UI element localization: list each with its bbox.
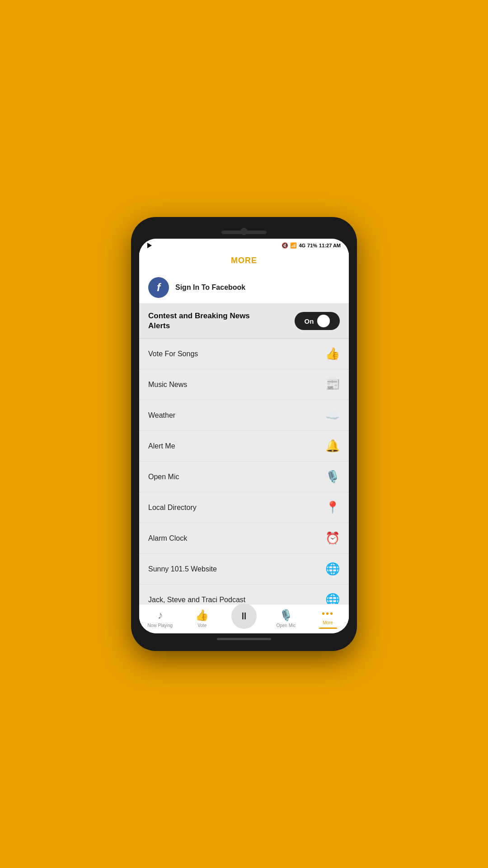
- menu-item-music-news[interactable]: Music News 📰: [139, 369, 349, 400]
- globe-icon: 🌐: [325, 562, 340, 576]
- network-label: 4G: [299, 243, 305, 248]
- more-icon: •••: [322, 609, 334, 619]
- menu-item-alert-me[interactable]: Alert Me 🔔: [139, 431, 349, 462]
- wifi-icon: 📶: [290, 242, 297, 249]
- battery-label: 71%: [307, 243, 317, 248]
- menu-item-label: Sunny 101.5 Website: [148, 565, 217, 573]
- phone-screen: 🔇 📶 4G 71% 11:27 AM MORE f Sign In To Fa…: [139, 239, 349, 633]
- menu-list: Vote For Songs 👍 Music News 📰 Weather ☁️…: [139, 339, 349, 604]
- status-bar: 🔇 📶 4G 71% 11:27 AM: [139, 239, 349, 250]
- menu-item-label: Vote For Songs: [148, 350, 198, 358]
- phone-device: 🔇 📶 4G 71% 11:27 AM MORE f Sign In To Fa…: [131, 217, 357, 651]
- menu-item-weather[interactable]: Weather ☁️: [139, 400, 349, 431]
- menu-item-local-directory[interactable]: Local Directory 📍: [139, 492, 349, 523]
- menu-item-label: Open Mic: [148, 473, 179, 481]
- cloud-icon: ☁️: [325, 408, 340, 422]
- nav-item-open-mic[interactable]: 🎙️ Open Mic: [265, 609, 307, 628]
- nav-item-now-playing[interactable]: ♪ Now Playing: [139, 609, 181, 628]
- menu-item-sunny-website[interactable]: Sunny 101.5 Website 🌐: [139, 554, 349, 585]
- phone-top-notch: [139, 225, 349, 239]
- home-bar: [217, 638, 271, 640]
- pause-button[interactable]: ⏸: [231, 604, 257, 629]
- more-active-underline: [319, 627, 337, 629]
- nav-item-more[interactable]: ••• More: [307, 609, 349, 629]
- alerts-toggle[interactable]: On: [295, 312, 340, 330]
- play-icon: [147, 243, 152, 248]
- menu-item-podcast[interactable]: Jack, Steve and Traci Podcast 🌐: [139, 585, 349, 604]
- globe-icon-2: 🌐: [325, 593, 340, 604]
- menu-item-vote-for-songs[interactable]: Vote For Songs 👍: [139, 339, 349, 369]
- menu-item-label: Jack, Steve and Traci Podcast: [148, 596, 245, 604]
- camera: [240, 228, 248, 235]
- alarm-clock-icon: ⏰: [325, 531, 340, 545]
- app-content: MORE f Sign In To Facebook Contest and B…: [139, 250, 349, 633]
- facebook-signin-section[interactable]: f Sign In To Facebook: [139, 272, 349, 304]
- microphone-icon: 🎙️: [325, 470, 340, 484]
- nav-label-now-playing: Now Playing: [148, 623, 173, 628]
- nav-label-more: More: [323, 620, 333, 625]
- menu-item-alarm-clock[interactable]: Alarm Clock ⏰: [139, 523, 349, 554]
- menu-item-open-mic[interactable]: Open Mic 🎙️: [139, 462, 349, 492]
- alerts-title: Contest and Breaking News Alerts: [148, 311, 253, 331]
- thumbsup-nav-icon: 👍: [195, 609, 209, 622]
- menu-item-label: Weather: [148, 411, 175, 420]
- mic-nav-icon: 🎙️: [279, 609, 293, 622]
- thumbsup-icon: 👍: [325, 347, 340, 361]
- music-note-icon: ♪: [157, 609, 163, 622]
- pause-icon: ⏸: [239, 610, 249, 622]
- bottom-navigation: ♪ Now Playing 👍 Vote ⏸ 🎙️ Open Mic: [139, 604, 349, 633]
- nav-label-vote: Vote: [197, 623, 206, 628]
- toggle-label: On: [305, 317, 314, 325]
- status-left: [147, 243, 152, 248]
- toggle-circle: [317, 315, 330, 327]
- page-title: MORE: [139, 256, 349, 265]
- menu-item-label: Music News: [148, 381, 187, 389]
- facebook-icon: f: [148, 277, 169, 298]
- bell-icon: 🔔: [325, 439, 340, 453]
- phone-home-bar-area: [139, 633, 349, 643]
- app-header: MORE: [139, 250, 349, 272]
- time-label: 11:27 AM: [319, 243, 341, 248]
- menu-item-label: Alert Me: [148, 442, 175, 450]
- menu-item-label: Alarm Clock: [148, 534, 187, 542]
- facebook-signin-label: Sign In To Facebook: [175, 283, 245, 292]
- status-right: 🔇 📶 4G 71% 11:27 AM: [282, 242, 341, 249]
- nav-item-play[interactable]: ⏸: [223, 608, 265, 629]
- newspaper-icon: 📰: [325, 377, 340, 392]
- mute-icon: 🔇: [282, 242, 288, 249]
- nav-label-open-mic: Open Mic: [276, 623, 296, 628]
- nav-item-vote[interactable]: 👍 Vote: [181, 609, 223, 628]
- alerts-section: Contest and Breaking News Alerts On: [139, 304, 349, 339]
- menu-item-label: Local Directory: [148, 504, 197, 512]
- location-pin-icon: 📍: [325, 500, 340, 514]
